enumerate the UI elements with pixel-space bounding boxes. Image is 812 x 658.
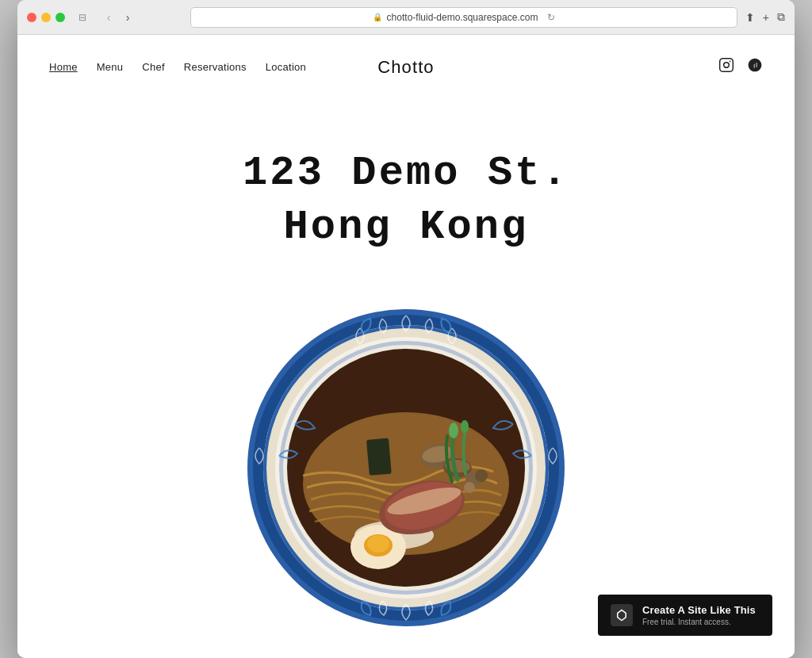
svg-point-2: [730, 61, 731, 63]
yelp-icon[interactable]: [747, 57, 763, 77]
bowl-container: [17, 301, 795, 634]
nav-location[interactable]: Location: [266, 61, 306, 73]
svg-rect-28: [366, 438, 392, 476]
site-nav: Home Menu Chef Reservations Location Cho…: [17, 35, 795, 99]
new-tab-icon[interactable]: +: [763, 11, 769, 24]
cta-subtitle: Free trial. Instant access.: [642, 618, 756, 626]
svg-point-24: [475, 469, 488, 482]
share-icon[interactable]: ⬆: [745, 11, 755, 24]
hero-section: 123 Demo St. Hong Kong: [17, 99, 795, 285]
svg-point-15: [367, 535, 389, 553]
address-bar[interactable]: 🔒 chotto-fluid-demo.squarespace.com ↻: [190, 7, 737, 28]
cta-title: Create A Site Like This: [642, 604, 756, 616]
browser-titlebar: ⊟ ‹ › 🔒 chotto-fluid-demo.squarespace.co…: [17, 0, 795, 35]
social-icons: [718, 57, 763, 77]
site-content: Home Menu Chef Reservations Location Cho…: [17, 35, 795, 658]
reload-icon[interactable]: ↻: [547, 12, 555, 23]
ramen-bowl-image: [239, 301, 573, 634]
svg-point-27: [461, 420, 469, 433]
traffic-lights: [27, 13, 65, 22]
hero-title: 123 Demo St. Hong Kong: [33, 147, 779, 254]
nav-reservations[interactable]: Reservations: [184, 61, 247, 73]
cta-badge[interactable]: Create A Site Like This Free trial. Inst…: [598, 595, 772, 636]
url-text: chotto-fluid-demo.squarespace.com: [387, 12, 538, 23]
lock-icon: 🔒: [373, 13, 382, 21]
svg-point-26: [449, 423, 458, 438]
svg-point-25: [464, 482, 475, 493]
forward-button[interactable]: ›: [119, 10, 136, 25]
svg-rect-0: [720, 59, 733, 72]
sidebar-toggle-button[interactable]: ⊟: [71, 10, 94, 25]
tabs-icon[interactable]: ⧉: [777, 10, 785, 24]
nav-home[interactable]: Home: [49, 61, 78, 73]
cta-text: Create A Site Like This Free trial. Inst…: [642, 604, 756, 626]
svg-point-1: [724, 63, 730, 68]
nav-links: Home Menu Chef Reservations Location: [49, 61, 306, 73]
toolbar-right: ⬆ + ⧉: [745, 10, 785, 24]
squarespace-icon: [611, 604, 633, 626]
hero-line2: Hong Kong: [284, 204, 529, 251]
nav-arrows: ‹ ›: [100, 10, 136, 25]
nav-chef[interactable]: Chef: [142, 61, 165, 73]
sidebar-icon: ⊟: [79, 12, 86, 23]
nav-menu[interactable]: Menu: [97, 61, 124, 73]
browser-window: ⊟ ‹ › 🔒 chotto-fluid-demo.squarespace.co…: [17, 0, 795, 658]
instagram-icon[interactable]: [718, 57, 734, 77]
close-button[interactable]: [27, 13, 36, 22]
hero-line1: 123 Demo St.: [243, 150, 569, 197]
back-button[interactable]: ‹: [100, 10, 117, 25]
minimize-button[interactable]: [41, 13, 51, 22]
site-logo: Chotto: [377, 57, 434, 78]
fullscreen-button[interactable]: [56, 13, 65, 22]
